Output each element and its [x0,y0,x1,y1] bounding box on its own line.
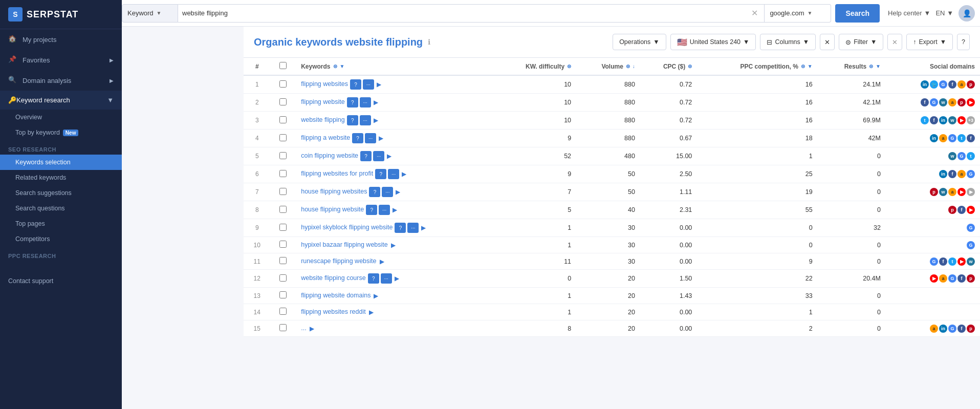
kw-info-button[interactable]: ? [352,133,363,143]
row-checkbox[interactable] [279,224,287,231]
sidebar-item-related-keywords[interactable]: Related keywords [0,170,122,185]
kw-more-button[interactable]: ··· [363,79,374,90]
clear-columns-button[interactable]: ✕ [820,34,835,50]
clear-search-button[interactable]: ✕ [749,8,760,18]
logo[interactable]: S SERPSTAT [0,0,122,29]
cpc-filter-icon[interactable]: ⊜ [688,63,692,69]
kw-more-button[interactable]: ··· [382,187,393,197]
kw-more-button[interactable]: ··· [388,169,399,179]
keywords-sort-icon[interactable]: ▼ [340,63,345,69]
sidebar-item-domain-analysis[interactable]: 🔍 Domain analysis ▶ [0,70,122,91]
kw-info-button[interactable]: ? [375,169,386,179]
keyword-link[interactable]: website flipping course [301,274,365,282]
kw-more-button[interactable]: ··· [360,97,371,107]
sidebar-item-favorites[interactable]: 📌 Favorites ▶ [0,50,122,70]
kw-info-button[interactable]: ? [347,115,358,125]
row-checkbox[interactable] [279,257,287,264]
kw-info-button[interactable]: ? [395,223,406,233]
sidebar-item-overview[interactable]: Overview [0,110,122,125]
operations-button[interactable]: Operations ▼ [613,34,666,50]
kw-expand-button[interactable]: ▶ [379,258,385,265]
keywords-filter-icon[interactable]: ⊜ [333,63,337,69]
kw-expand-button[interactable]: ▶ [373,97,379,107]
domain-dropdown[interactable]: google.com ▼ [765,4,831,23]
row-checkbox[interactable] [279,241,287,248]
kw-expand-button[interactable]: ▶ [373,115,379,125]
volume-filter-icon[interactable]: ⊜ [626,63,630,69]
keyword-link[interactable]: flipping websites reddit [301,308,365,315]
ppc-sort-icon[interactable]: ▼ [808,63,813,69]
volume-sort-icon[interactable]: ↓ [633,63,635,69]
sidebar-item-keywords-selection[interactable]: Keywords selection [0,155,122,170]
kw-more-button[interactable]: ··· [360,115,371,125]
export-button[interactable]: ↑ Export ▼ [906,34,953,50]
row-checkbox[interactable] [279,206,287,213]
sidebar-item-search-questions[interactable]: Search questions [0,201,122,216]
kw-expand-button[interactable]: ▶ [390,242,397,249]
keyword-link[interactable]: hypixel skyblock flipping website [301,224,393,231]
kw-expand-button[interactable]: ▶ [376,79,382,90]
results-filter-icon[interactable]: ⊜ [869,63,873,69]
kw-info-button[interactable]: ? [369,187,380,197]
keyword-link[interactable]: flipping websites [301,80,348,88]
row-checkbox[interactable] [279,134,287,141]
kw-expand-button[interactable]: ▶ [386,151,393,161]
sidebar-item-search-suggestions[interactable]: Search suggestions [0,185,122,201]
row-checkbox[interactable] [279,324,287,331]
keyword-link[interactable]: flipping website [301,98,344,105]
search-input[interactable] [182,9,749,17]
help-button[interactable]: ? [957,34,970,50]
language-selector[interactable]: EN ▼ [935,9,953,17]
sidebar-item-keyword-research[interactable]: 🔑 Keyword research ▼ [0,91,122,110]
keyword-link[interactable]: runescape flipping website [301,257,376,265]
kw-info-button[interactable]: ? [366,205,377,215]
row-checkbox[interactable] [279,188,287,195]
kw-expand-button[interactable]: ▶ [420,223,427,233]
kw-expand-button[interactable]: ▶ [373,292,379,299]
user-avatar[interactable]: 👤 [959,5,975,21]
kw-expand-button[interactable]: ▶ [401,169,407,179]
kw-expand-button[interactable]: ▶ [368,309,375,316]
search-button[interactable]: Search [835,4,880,23]
keyword-link[interactable]: flipping websites for profit [301,170,373,177]
kw-more-button[interactable]: ··· [373,151,384,161]
row-checkbox[interactable] [279,116,287,123]
row-checkbox[interactable] [279,291,287,298]
columns-button[interactable]: ⊟ Columns ▼ [760,34,816,50]
sidebar-item-contact-support[interactable]: Contact support [0,271,122,291]
row-checkbox[interactable] [279,98,287,105]
sidebar-item-my-projects[interactable]: 🏠 My projects [0,29,122,50]
kw-info-button[interactable]: ? [350,79,361,90]
kw-expand-button[interactable]: ▶ [378,133,384,143]
sidebar-item-top-by-keyword[interactable]: Top by keyword New [0,125,122,140]
kw-expand-button[interactable]: ▶ [395,187,401,197]
keyword-link[interactable]: ... [301,325,306,332]
select-all-checkbox[interactable] [279,62,287,69]
kw-more-button[interactable]: ··· [381,273,392,284]
row-checkbox[interactable] [279,152,287,159]
kw-expand-button[interactable]: ▶ [394,273,400,284]
sidebar-item-top-pages[interactable]: Top pages [0,216,122,231]
filter-clear-button[interactable]: ✕ [887,34,902,50]
results-sort-icon[interactable]: ▼ [876,63,881,69]
kw-more-button[interactable]: ··· [379,205,390,215]
row-checkbox[interactable] [279,274,287,282]
keyword-link[interactable]: hypixel bazaar flipping website [301,241,388,248]
info-icon[interactable]: ℹ [428,38,430,46]
kw-info-button[interactable]: ? [347,97,358,107]
kw-more-button[interactable]: ··· [407,223,419,233]
kw-more-button[interactable]: ··· [365,133,376,143]
kw-expand-button[interactable]: ▶ [391,205,398,215]
help-center-link[interactable]: Help center ▼ [888,9,930,17]
kw-diff-filter-icon[interactable]: ⊜ [567,63,571,69]
keyword-link[interactable]: website flipping [301,116,344,123]
kw-info-button[interactable]: ? [360,151,372,161]
ppc-filter-icon[interactable]: ⊜ [801,63,805,69]
kw-info-button[interactable]: ? [368,273,379,284]
keyword-link[interactable]: flipping website domains [301,292,371,299]
keyword-link[interactable]: flipping a website [301,134,350,141]
filter-button[interactable]: ⊜ Filter ▼ [839,34,883,50]
sidebar-item-competitors[interactable]: Competitors [0,231,122,247]
keyword-link[interactable]: coin flipping website [301,152,358,159]
row-checkbox[interactable] [279,80,287,88]
